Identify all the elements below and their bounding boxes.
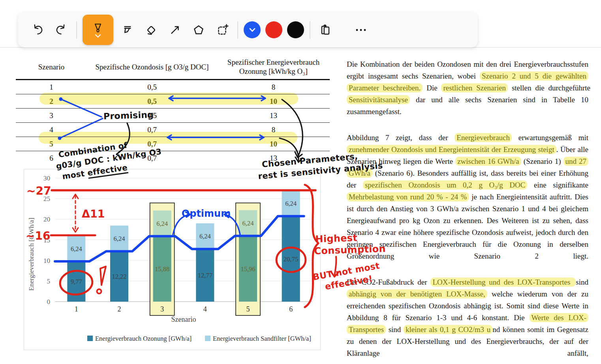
col-header-ozondosis: Spezifische Ozondosis [g O3/g DOC]: [87, 58, 217, 80]
legend-label: Energieverbrauch Ozonung [GWh/a]: [95, 335, 192, 342]
legend-marker: [87, 336, 93, 341]
body-text: sind: [386, 325, 404, 334]
table-cell-dosis: 0,7: [87, 123, 217, 137]
table-cell-energie: 13: [217, 109, 330, 123]
bar-label-sandfilter: 6,24: [285, 200, 297, 207]
y-tick-label: 30: [43, 174, 50, 182]
color-swatch-blue[interactable]: [244, 21, 261, 38]
more-options-button[interactable]: [349, 18, 373, 42]
col-header-szenario: Szenario: [16, 58, 87, 80]
body-text: Die: [423, 84, 441, 92]
table-cell-energie: 8: [217, 80, 330, 94]
pen-tool-button[interactable]: [83, 15, 113, 45]
bar-label-ozonung: 15,88: [155, 265, 169, 273]
table-cell-szenario: 1: [16, 80, 87, 94]
x-category-label: 6: [289, 305, 293, 313]
bar-label-sandfilter: 6,24: [199, 233, 211, 240]
color-swatch-red[interactable]: [265, 21, 282, 38]
table-header-row: Szenario Spezifische Ozondosis [g O3/g D…: [16, 58, 330, 80]
redo-button[interactable]: [49, 18, 73, 42]
body-text: Abbildung 7 zeigt, dass der: [347, 133, 455, 142]
highlighted-text: Mehrbelastung von rund 20 % - 24 %: [347, 192, 469, 201]
y-tick-label: 5: [47, 278, 51, 285]
body-text: sind: [576, 278, 588, 286]
toolbar-divider: [310, 21, 310, 39]
arrow-icon: [168, 23, 182, 37]
table-cell-dosis: 0,5: [87, 94, 217, 109]
x-category-label: 2: [118, 305, 121, 313]
bar-label-ozonung: 12,22: [112, 273, 126, 280]
bar-label-sandfilter: 6,24: [71, 245, 82, 253]
highlighted-text: zwischen 16 GWh/a: [455, 157, 521, 166]
undo-button[interactable]: [26, 18, 49, 42]
bar-label-sandfilter: 6,24: [114, 235, 125, 242]
undo-icon: [30, 23, 45, 37]
shape-tool-button[interactable]: [187, 18, 210, 42]
table-cell-energie: 10: [217, 94, 330, 109]
table-row: 30,513: [16, 109, 330, 123]
highlighted-text: Energieverbrauch: [455, 133, 512, 142]
table-cell-energie: 8: [217, 123, 330, 137]
highlighted-text: spezifischen Ozondosis um 0,2 g O₃/g DOC: [363, 180, 528, 190]
highlighted-text: restlichen Szenarien: [441, 83, 508, 92]
y-tick-label: 10: [43, 257, 50, 265]
highest-consumption-note: Highest Consumption: [314, 231, 386, 257]
highlighted-text: Sensitivitätsanalyse: [347, 95, 410, 104]
ellipsis-icon: [353, 23, 369, 37]
annotation-app: Szenario Spezifische Ozondosis [g O3/g D…: [0, 0, 601, 364]
highlighted-text: LOX-Herstellung und des LOX-Transportes: [430, 278, 576, 287]
table-cell-szenario: 4: [16, 123, 87, 137]
y-tick-label: 0: [47, 298, 51, 306]
x-category-label: 5: [246, 305, 250, 313]
table-row: 20,510: [16, 94, 330, 109]
arrow-tool-button[interactable]: [163, 18, 187, 42]
upper-bound-label: ~27: [26, 184, 51, 197]
document-text-column: Die Kombination der beiden Ozondosen mit…: [347, 58, 588, 364]
table-cell-szenario: 2: [16, 94, 87, 109]
table-cell-szenario: 3: [16, 109, 87, 123]
ozonung-trend-line: [55, 216, 304, 262]
drawing-toolbar: [18, 12, 478, 47]
y-tick-label: 20: [43, 216, 50, 223]
body-text: (Szenario 1): [521, 157, 563, 165]
x-category-label: 4: [203, 305, 207, 313]
energy-consumption-chart: 051015202530Energieverbrauch [GWh/a]9,77…: [24, 169, 321, 350]
color-swatch-black[interactable]: [287, 21, 304, 38]
highlighted-text: kleiner als 0,1 g CO2/m3 u: [404, 325, 492, 334]
pentagon-icon: [192, 23, 206, 37]
bar-label-ozonung: 20,75: [284, 255, 298, 263]
eraser-tool-button[interactable]: [139, 18, 163, 42]
highlighter-tool-button[interactable]: [116, 18, 139, 42]
body-text: eine signifikante: [527, 181, 588, 189]
clipboard-icon: [318, 23, 332, 37]
table-row: 40,78: [16, 123, 330, 137]
bar-label-sandfilter: 6,24: [242, 220, 254, 227]
toolbar-divider: [76, 21, 77, 39]
highlighted-text: abhängig von der benötigten LOX-Masse,: [347, 289, 487, 298]
toolbar-divider: [237, 21, 238, 39]
chevron-down-icon[interactable]: [94, 34, 101, 38]
bar-label-ozonung: 9,77: [71, 278, 82, 285]
redo-icon: [54, 23, 68, 37]
table-cell-dosis: 0,5: [87, 80, 217, 94]
col-header-energieverbrauch: Spezifischer Energieverbrauch Ozonung [k…: [217, 58, 330, 80]
pen-icon: [91, 22, 105, 34]
table-row: 10,58: [16, 80, 330, 94]
bar-label-ozonung: 15,96: [240, 265, 255, 273]
chevron-down-icon: [248, 28, 256, 32]
clipboard-button[interactable]: [314, 18, 337, 42]
paragraph: Die Kombination der beiden Ozondosen mit…: [347, 58, 588, 118]
y-axis-label: Energieverbrauch [GWh/a]: [28, 218, 35, 291]
table-cell-energie: 10: [217, 137, 330, 151]
select-area-tool-button[interactable]: [210, 18, 234, 42]
delta-label: Δ11: [82, 208, 105, 220]
x-category-label: 1: [75, 305, 78, 313]
exclamation-mark: [100, 266, 106, 285]
bar-label-sandfilter: 6,24: [156, 220, 168, 227]
bar-label-ozonung: 12,77: [198, 272, 212, 279]
legend-marker: [205, 336, 210, 341]
body-text: stellen die durchgeführte: [508, 84, 590, 92]
x-axis-label: Szenario: [171, 315, 196, 323]
body-text: erwartungsgemäß mit: [512, 133, 588, 142]
x-category-label: 3: [160, 305, 164, 313]
